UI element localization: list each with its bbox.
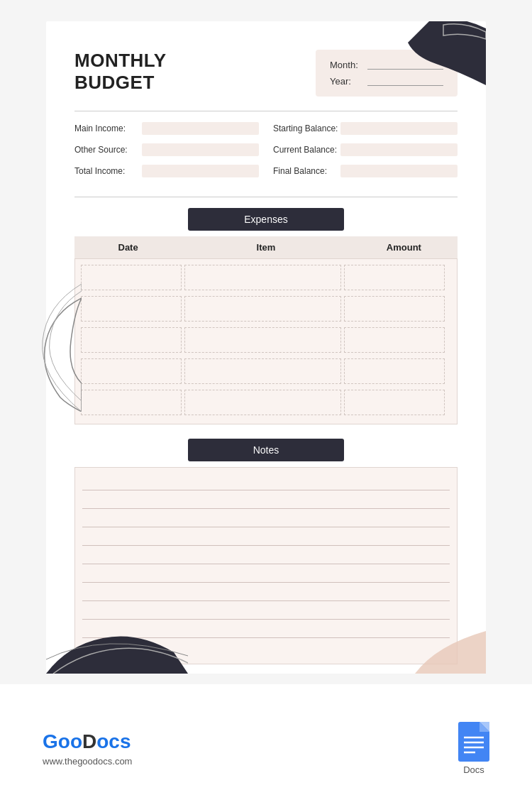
other-source-label: Other Source: xyxy=(74,145,142,155)
col-amount-header: Amount xyxy=(350,242,458,253)
starting-balance-row: Starting Balance: xyxy=(273,122,458,135)
amount-cell[interactable] xyxy=(344,390,445,415)
brand-ocs: ocs xyxy=(96,730,131,752)
balance-column: Starting Balance: Current Balance: Final… xyxy=(273,122,458,186)
date-cell[interactable] xyxy=(81,327,182,353)
docs-icon-container: Docs xyxy=(458,722,489,775)
brand-goo: Goo xyxy=(43,730,82,752)
final-balance-row: Final Balance: xyxy=(273,165,458,177)
item-cell[interactable] xyxy=(184,358,341,384)
starting-balance-input[interactable] xyxy=(340,122,458,135)
item-cell[interactable] xyxy=(184,390,341,415)
goodocs-logo[interactable]: GooDocs www.thegoodocs.com xyxy=(43,730,132,767)
divider-top xyxy=(74,111,458,111)
item-cell[interactable] xyxy=(184,265,341,290)
month-label: Month: xyxy=(330,60,362,70)
doc-title: MONTHLY BUDGET xyxy=(74,50,167,94)
date-cell[interactable] xyxy=(81,358,182,384)
brand-name: GooDocs xyxy=(43,730,132,753)
decoration-left-mid xyxy=(39,270,82,412)
total-income-input[interactable] xyxy=(142,165,259,177)
notes-line xyxy=(82,584,450,601)
notes-line xyxy=(82,473,450,490)
current-balance-input[interactable] xyxy=(340,143,458,156)
other-source-row: Other Source: xyxy=(74,143,259,156)
table-row xyxy=(79,295,453,323)
expenses-title-row: Expenses xyxy=(74,208,458,231)
main-income-row: Main Income: xyxy=(74,122,259,135)
main-income-input[interactable] xyxy=(142,122,259,135)
decoration-bottom-right xyxy=(415,631,486,674)
item-cell[interactable] xyxy=(184,296,341,322)
docs-icon xyxy=(458,722,489,762)
table-row xyxy=(79,263,453,292)
item-cell[interactable] xyxy=(184,327,341,353)
income-column: Main Income: Other Source: Total Income: xyxy=(74,122,259,186)
date-cell[interactable] xyxy=(81,265,182,290)
notes-line xyxy=(82,529,450,546)
final-balance-input[interactable] xyxy=(340,165,458,177)
amount-cell[interactable] xyxy=(344,327,445,353)
expenses-table-body xyxy=(74,258,458,424)
current-balance-row: Current Balance: xyxy=(273,143,458,156)
expenses-table-header: Date Item Amount xyxy=(74,236,458,258)
goodocs-url: www.thegoodocs.com xyxy=(43,756,132,767)
footer: GooDocs www.thegoodocs.com Docs xyxy=(0,684,532,812)
table-row xyxy=(79,357,453,385)
starting-balance-label: Starting Balance: xyxy=(273,124,340,133)
total-income-label: Total Income: xyxy=(74,166,142,176)
docs-label: Docs xyxy=(463,764,484,775)
decoration-top-right xyxy=(401,21,486,85)
notes-line xyxy=(82,547,450,564)
col-item-header: Item xyxy=(182,242,350,253)
table-row xyxy=(79,326,453,354)
divider-mid xyxy=(74,197,458,197)
amount-cell[interactable] xyxy=(344,358,445,384)
main-income-label: Main Income: xyxy=(74,124,142,133)
expenses-header: Expenses xyxy=(188,208,344,231)
notes-title-row: Notes xyxy=(74,439,458,461)
notes-line xyxy=(82,510,450,527)
expenses-section: Expenses Date Item Amount xyxy=(74,208,458,424)
total-income-row: Total Income: xyxy=(74,165,259,177)
decoration-bottom-left xyxy=(46,617,174,674)
table-row xyxy=(79,388,453,417)
other-source-input[interactable] xyxy=(142,143,259,156)
doc-header: MONTHLY BUDGET Month: Year: xyxy=(74,50,458,97)
amount-cell[interactable] xyxy=(344,296,445,322)
col-date-header: Date xyxy=(74,242,182,253)
date-cell[interactable] xyxy=(81,296,182,322)
year-label: Year: xyxy=(330,76,362,87)
document-container: MONTHLY BUDGET Month: Year: Main Income: xyxy=(46,21,486,674)
date-cell[interactable] xyxy=(81,390,182,415)
brand-dash: D xyxy=(82,730,96,752)
income-balance-section: Main Income: Other Source: Total Income:… xyxy=(74,122,458,186)
current-balance-label: Current Balance: xyxy=(273,145,340,155)
amount-cell[interactable] xyxy=(344,265,445,290)
notes-header: Notes xyxy=(188,439,344,461)
notes-line xyxy=(82,492,450,509)
notes-line xyxy=(82,566,450,583)
final-balance-label: Final Balance: xyxy=(273,166,340,176)
